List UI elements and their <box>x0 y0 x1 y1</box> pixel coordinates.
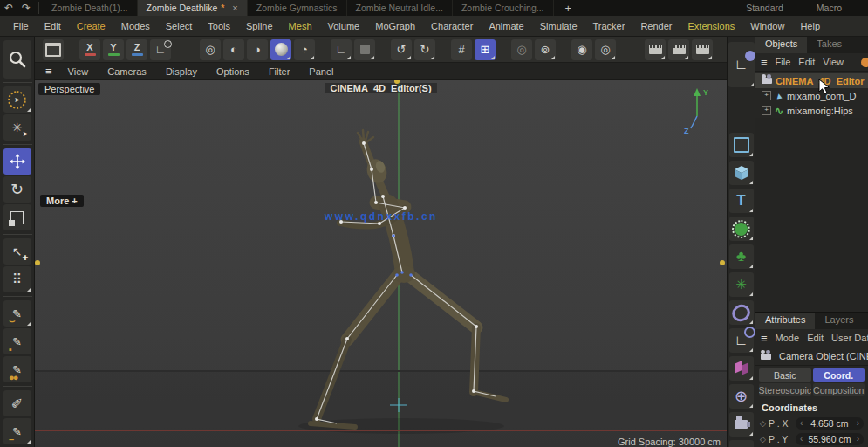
spline-primitives-button[interactable]: ∟ <box>728 42 755 87</box>
expand-icon[interactable]: + <box>762 91 771 100</box>
rotate-tool-button[interactable]: ↻ <box>3 176 31 203</box>
undo-icon[interactable]: ↶ <box>0 0 17 16</box>
array-generator-button[interactable]: ♣ <box>729 244 754 269</box>
viewport-canvas[interactable] <box>35 80 727 447</box>
y-axis-lock-button[interactable]: Y <box>103 39 124 60</box>
menu-help[interactable]: Help <box>792 21 828 31</box>
field-object-button[interactable]: ∟ <box>729 328 754 353</box>
position-y-value[interactable]: 55.960 cm <box>803 434 856 444</box>
attr-menu-edit[interactable]: Edit <box>807 333 824 343</box>
shading-half-button[interactable]: ◐ <box>223 39 244 60</box>
spline-arc-button[interactable]: ✎– <box>3 418 31 444</box>
view-sync-dot-left[interactable] <box>35 260 40 265</box>
tab-zombie-death-1[interactable]: Zombie Death(1)... <box>43 0 138 16</box>
deformer-button[interactable] <box>729 300 754 325</box>
menu-spline[interactable]: Spline <box>238 21 281 31</box>
tab-layers[interactable]: Layers <box>815 313 863 329</box>
menu-simulate[interactable]: Simulate <box>532 21 585 31</box>
composition-tab-button[interactable]: Composition <box>813 383 865 396</box>
tweak-tool-button[interactable]: ✳➤ <box>3 114 31 141</box>
spline-smooth-button[interactable]: ✎●● <box>3 356 31 382</box>
tab-takes[interactable]: Takes <box>807 37 851 53</box>
shading-lines-button[interactable]: ◑ <box>247 39 268 60</box>
viewport-menu-view[interactable]: View <box>59 66 98 77</box>
menu-file[interactable]: File <box>5 21 37 31</box>
snap-grid-button[interactable]: ⊞ <box>475 39 496 60</box>
tree-item-mixamo-mesh[interactable]: + ▲ mixamo_com_D <box>755 88 868 103</box>
new-tab-button[interactable]: + <box>554 0 584 16</box>
menu-select[interactable]: Select <box>158 21 201 31</box>
coord-tab-button[interactable]: Coord. <box>813 368 865 382</box>
brush-tool-button[interactable]: ✐ <box>3 390 31 416</box>
objects-menu-view[interactable]: View <box>823 57 844 67</box>
grid-toggle-button[interactable]: # <box>451 39 472 60</box>
position-y-field[interactable]: ‹ 55.960 cm › <box>796 433 864 445</box>
solo-mode-button[interactable]: ◎ <box>595 39 616 60</box>
workplane-button[interactable]: ∟ <box>150 39 171 60</box>
tree-item-cinema4d-editor[interactable]: CINEMA_4D_Editor <box>755 73 868 88</box>
stereoscopic-tab-button[interactable]: Stereoscopic <box>759 383 811 396</box>
viewport-menu-display[interactable]: Display <box>157 66 206 77</box>
viewport-menu-icon[interactable]: ≡ <box>40 65 58 78</box>
tab-zombie-gymnastics[interactable]: Zombie Gymnastics <box>248 0 347 16</box>
render-picture-viewer-button[interactable] <box>668 39 689 60</box>
rectangle-spline-button[interactable] <box>729 133 754 157</box>
render-settings-button[interactable] <box>692 39 713 60</box>
tab-zombie-deathlike[interactable]: Zombie Deathlike * × <box>138 0 248 16</box>
render-view-button[interactable] <box>645 39 666 60</box>
menu-tracker[interactable]: Tracker <box>585 21 633 31</box>
viewport-menu-options[interactable]: Options <box>208 66 258 77</box>
viewport-menu-cameras[interactable]: Cameras <box>99 66 155 77</box>
volume-builder-button[interactable] <box>729 356 754 381</box>
cube-primitive-button[interactable] <box>729 161 754 185</box>
cursor-move-tool-button[interactable]: ↖✚ <box>3 238 31 265</box>
subdivision-surface-button[interactable] <box>729 217 754 241</box>
isolate-view-button[interactable]: ◉ <box>571 39 592 60</box>
panel-menu-icon[interactable]: ≡ <box>761 56 768 69</box>
shading-flat-button[interactable]: ◎ <box>200 39 221 60</box>
menu-mesh[interactable]: Mesh <box>281 21 320 31</box>
attribute-menu-icon[interactable]: ≡ <box>761 332 768 345</box>
more-button[interactable]: More + <box>40 195 84 207</box>
attr-menu-mode[interactable]: Mode <box>776 333 800 343</box>
viewport-menu-panel[interactable]: Panel <box>300 66 342 77</box>
menu-edit[interactable]: Edit <box>37 21 69 31</box>
axis-corner-button[interactable]: ∟ <box>331 39 352 60</box>
viewport-menu-filter[interactable]: Filter <box>260 66 298 77</box>
snap-disabled-button[interactable]: ◎ <box>511 39 532 60</box>
menu-create[interactable]: Create <box>69 21 113 31</box>
menu-window[interactable]: Window <box>742 21 792 31</box>
workplane-mode-button[interactable] <box>354 39 375 60</box>
view-redo-button[interactable]: ↻ <box>414 39 435 60</box>
objects-menu-file[interactable]: File <box>776 57 791 67</box>
shading-quick-button[interactable]: ◔ <box>294 39 315 60</box>
increment-icon[interactable]: › <box>857 435 859 444</box>
position-x-field[interactable]: ‹ 4.658 cm › <box>796 417 864 430</box>
frame-selected-button[interactable] <box>43 39 64 60</box>
object-tree-empty-area[interactable] <box>755 118 868 312</box>
tree-item-mixamorig-hips[interactable]: + ∿ mixamorig:Hips <box>755 103 868 118</box>
menu-animate[interactable]: Animate <box>481 21 531 31</box>
text-object-button[interactable]: T <box>729 189 754 213</box>
environment-button[interactable]: ⊕ <box>729 384 754 409</box>
keyframe-diamond-icon[interactable]: ◇ <box>760 419 766 428</box>
tab-objects[interactable]: Objects <box>755 37 807 53</box>
layout-select[interactable]: Standard <box>746 3 783 13</box>
tab-zombie-neutral-idle[interactable]: Zombie Neutral Idle... <box>347 0 453 16</box>
view-label[interactable]: Perspective <box>38 83 100 95</box>
generator-gear-button[interactable]: ✳ <box>729 272 754 297</box>
spline-pen-button[interactable]: ✎⌣ <box>3 300 31 327</box>
snap-target-button[interactable]: ⊚ <box>535 39 556 60</box>
mode-select[interactable]: Macro <box>817 3 842 13</box>
zoom-tool-button[interactable] <box>3 40 31 79</box>
snap-points-tool-button[interactable]: ⠿ <box>3 266 31 292</box>
z-axis-lock-button[interactable]: Z <box>126 39 147 60</box>
menu-render[interactable]: Render <box>632 21 680 31</box>
shading-gouraud-button[interactable] <box>270 39 291 60</box>
keyframe-diamond-icon[interactable]: ◇ <box>760 435 766 444</box>
redo-icon[interactable]: ↷ <box>17 0 35 16</box>
move-tool-button[interactable] <box>3 148 31 175</box>
view-sync-dot-right[interactable] <box>720 260 725 265</box>
menu-tools[interactable]: Tools <box>200 21 238 31</box>
x-axis-lock-button[interactable]: X <box>79 39 100 60</box>
